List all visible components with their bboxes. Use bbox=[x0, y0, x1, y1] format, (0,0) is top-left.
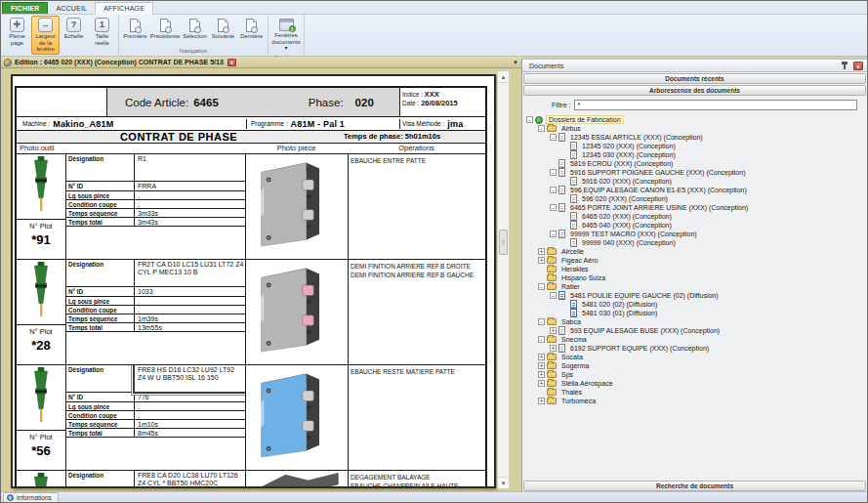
tree-item-label[interactable]: 5819 ECROU (XXX) (Conception) bbox=[568, 160, 675, 167]
tree-item-label[interactable]: 6465 040 (XXX) (Conception) bbox=[580, 222, 674, 229]
tree-item[interactable]: +6192 SUPPORT EQUIPE (XXX) (Conception) bbox=[522, 344, 867, 353]
collapse-icon[interactable]: - bbox=[526, 116, 533, 123]
tree-item[interactable]: 12345 030 (XXX) (Conception) bbox=[522, 150, 867, 159]
tree-item[interactable]: -99999 TEST MACRO (XXX) (Conception) bbox=[522, 230, 867, 238]
total-value[interactable]: 8m45s bbox=[135, 429, 245, 437]
tree-item[interactable]: -5481 POULIE EQUIPE GAUCHE (02) (Diffusi… bbox=[522, 291, 867, 300]
expand-icon[interactable]: + bbox=[538, 354, 545, 360]
tree-item-label[interactable]: Herakles bbox=[559, 266, 591, 272]
tree-item[interactable]: -Dossiers de Fabrication bbox=[522, 115, 867, 124]
previous-page-button[interactable]: Précédente bbox=[149, 16, 181, 42]
collapse-icon[interactable]: - bbox=[550, 187, 557, 193]
tree-item-label[interactable]: 12345 030 (XXX) (Conception) bbox=[580, 151, 678, 158]
collapse-icon[interactable]: - bbox=[550, 292, 557, 299]
id-value[interactable]: FRRA bbox=[135, 182, 245, 190]
tab-list-caret-icon[interactable]: ▼ bbox=[513, 60, 518, 65]
collapse-icon[interactable]: - bbox=[550, 134, 557, 141]
scale-button[interactable]: ? Echelle bbox=[60, 16, 88, 42]
tree-item-label[interactable]: 593 EQUIP ALESAGE BUSE (XXX) (Conception… bbox=[568, 327, 722, 334]
tree-item-label[interactable]: Figeac Aéro bbox=[559, 257, 599, 264]
tree-item-label[interactable]: 596 020 (XXX) (Conception) bbox=[580, 195, 670, 202]
expand-icon[interactable]: + bbox=[550, 327, 557, 334]
fit-page-button[interactable]: ✛ Pleine page bbox=[3, 16, 31, 48]
actual-size-button[interactable]: 1 Taille réelle bbox=[88, 16, 116, 48]
tree-item[interactable]: Herakles bbox=[522, 265, 867, 273]
document-tab-title[interactable]: Edition : 6465 020 (XXX) (Conception) CO… bbox=[15, 59, 224, 65]
tree-item-label[interactable]: Sogerma bbox=[559, 362, 591, 369]
tree-item-label[interactable]: 12345 ESSAI ARTICLE (XXX) (Conception) bbox=[568, 134, 705, 141]
tree-item[interactable]: 99999 040 (XXX) (Conception) bbox=[522, 238, 867, 247]
collapse-icon[interactable]: - bbox=[538, 318, 545, 325]
tree-item-label[interactable]: Airbus bbox=[559, 125, 583, 132]
tab-accueil[interactable]: ACCUEIL bbox=[48, 3, 95, 14]
tree-item[interactable]: 5481 020 (02) (Diffusion) bbox=[522, 300, 867, 309]
next-page-button[interactable]: Suivante bbox=[209, 16, 237, 42]
tree-item-label[interactable]: 6465 020 (XXX) (Conception) bbox=[580, 213, 674, 220]
tree-item-label[interactable]: Aircelle bbox=[559, 248, 586, 255]
selection-page-button[interactable]: Sélection bbox=[181, 16, 209, 42]
tree-item-label[interactable]: 99999 040 (XXX) (Conception) bbox=[580, 239, 678, 246]
tree-item-label[interactable]: 99999 TEST MACRO (XXX) (Conception) bbox=[568, 231, 699, 237]
tree-item-label[interactable]: 12345 020 (XXX) (Conception) bbox=[580, 143, 678, 149]
tree-item[interactable]: +Figeac Aéro bbox=[522, 256, 867, 265]
tab-affichage[interactable]: AFFICHAGE bbox=[95, 2, 153, 15]
tree-item[interactable]: -Sabca bbox=[522, 317, 867, 326]
collapse-icon[interactable]: - bbox=[550, 231, 557, 237]
scrollbar-thumb[interactable] bbox=[499, 230, 508, 255]
tree-item[interactable]: +Aircelle bbox=[522, 247, 867, 256]
tree-item[interactable]: Thalès bbox=[522, 388, 867, 397]
collapse-icon[interactable]: - bbox=[538, 283, 545, 290]
collapse-icon[interactable]: - bbox=[550, 204, 557, 211]
tree-item[interactable]: 12345 020 (XXX) (Conception) bbox=[522, 142, 867, 150]
lg-value[interactable]: . bbox=[135, 297, 245, 305]
tree-item-label[interactable]: Sps bbox=[559, 371, 575, 378]
tree-item-label[interactable]: Dossiers de Fabrication bbox=[546, 115, 624, 124]
fit-width-button[interactable]: ↔ Largeur de la fenêtre bbox=[31, 16, 60, 55]
expand-icon[interactable]: + bbox=[538, 380, 545, 387]
id-value[interactable]: 1033 bbox=[135, 287, 245, 296]
lg-value[interactable]: . bbox=[135, 402, 245, 410]
recent-documents-bar[interactable]: Documents récents bbox=[523, 73, 866, 84]
tree-item[interactable]: +Sogerma bbox=[522, 361, 867, 370]
tree-item-label[interactable]: 596 EQUIP ALESAGE CANON E1-E5 (XXX) (Con… bbox=[568, 187, 749, 193]
document-close-icon[interactable]: x bbox=[227, 59, 236, 66]
tree-item-label[interactable]: Turboméca bbox=[559, 398, 598, 404]
collapse-icon[interactable]: - bbox=[538, 125, 545, 132]
scroll-up-icon[interactable]: ▲ bbox=[498, 71, 509, 83]
expand-icon[interactable]: + bbox=[538, 371, 545, 378]
id-value[interactable]: 776 bbox=[135, 393, 245, 401]
condition-value[interactable]: . bbox=[135, 411, 245, 419]
tree-item[interactable]: -Airbus bbox=[522, 124, 867, 133]
document-windows-button[interactable]: 3 Fenêtres documents ▾ bbox=[270, 16, 302, 54]
pin-icon[interactable] bbox=[842, 62, 847, 69]
tree-item-label[interactable]: 5916 SUPPORT POIGNEE GAUCHE (XXX) (Conce… bbox=[568, 169, 747, 176]
tree-item-label[interactable]: Thalès bbox=[559, 389, 584, 396]
first-page-button[interactable]: Première bbox=[121, 16, 149, 42]
designation-value[interactable]: FRE8 CA D20 LC38 LU70 LT126 Z4 CYL * BBT… bbox=[135, 471, 245, 488]
tree-item-label[interactable]: 6192 SUPPORT EQUIPE (XXX) (Conception) bbox=[568, 345, 711, 352]
tree-item[interactable]: 596 020 (XXX) (Conception) bbox=[522, 194, 867, 203]
tree-item[interactable]: +Stélia Aérospace bbox=[522, 379, 867, 388]
search-documents-bar[interactable]: Recherche de documents bbox=[523, 481, 866, 491]
scroll-down-icon[interactable]: ▼ bbox=[498, 477, 509, 488]
tree-item[interactable]: +Turboméca bbox=[522, 397, 867, 405]
last-page-button[interactable]: Dernière bbox=[237, 16, 266, 42]
seq-value[interactable]: 3m33s bbox=[135, 209, 245, 217]
tree-item-label[interactable]: Stélia Aérospace bbox=[559, 380, 615, 387]
tree-item-label[interactable]: Ratier bbox=[559, 283, 582, 290]
condition-value[interactable]: . bbox=[135, 200, 245, 208]
tree-item[interactable]: -Snecma bbox=[522, 335, 867, 344]
informations-tab[interactable]: i Informations bbox=[3, 492, 59, 502]
seq-value[interactable]: 1m10s bbox=[135, 420, 245, 428]
tree-item[interactable]: +593 EQUIP ALESAGE BUSE (XXX) (Conceptio… bbox=[522, 326, 867, 335]
expand-icon[interactable]: + bbox=[538, 398, 545, 404]
expand-icon[interactable]: + bbox=[538, 257, 545, 264]
tree-item-label[interactable]: 5481 030 (01) (Diffusion) bbox=[580, 310, 659, 316]
collapse-icon[interactable]: - bbox=[538, 336, 545, 343]
tree-item[interactable]: -596 EQUIP ALESAGE CANON E1-E5 (XXX) (Co… bbox=[522, 186, 867, 194]
tree-item[interactable]: +Sps bbox=[522, 370, 867, 379]
total-value[interactable]: 3m43s bbox=[135, 218, 245, 226]
tree-item-label[interactable]: Socata bbox=[559, 354, 585, 360]
condition-value[interactable]: . bbox=[135, 306, 245, 314]
tree-item[interactable]: +Socata bbox=[522, 353, 867, 361]
